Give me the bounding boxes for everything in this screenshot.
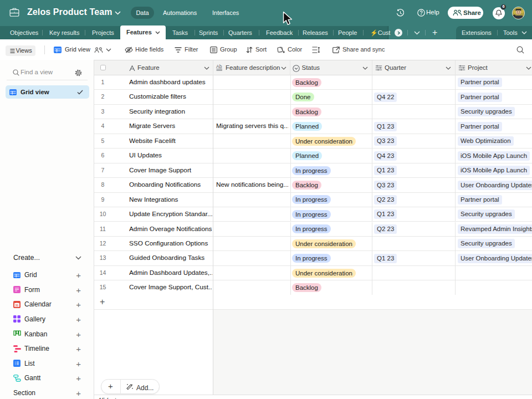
- svg-text:31: 31: [15, 303, 18, 306]
- svg-text:Ab: Ab: [216, 64, 222, 69]
